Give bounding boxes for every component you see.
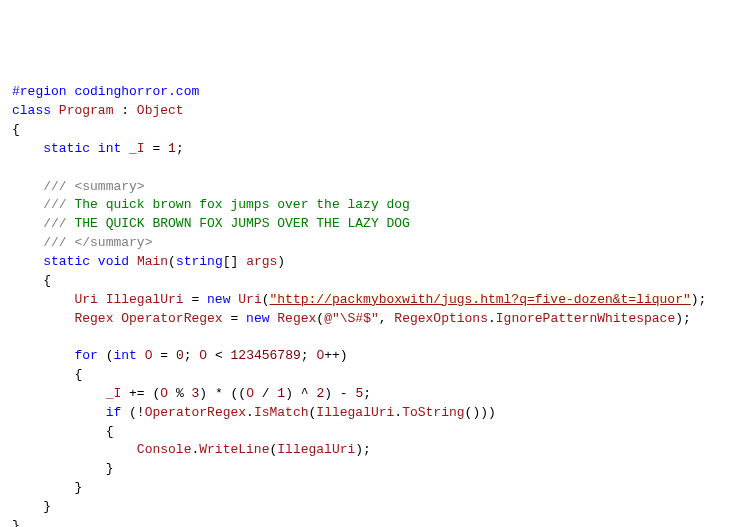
var: O <box>199 348 207 363</box>
var: O <box>160 386 168 401</box>
enum-member: IgnorePatternWhitespace <box>496 311 675 326</box>
op-lt: < <box>207 348 230 363</box>
op-div: / <box>254 386 277 401</box>
paren: ) <box>340 348 348 363</box>
kw-new: new <box>207 292 230 307</box>
num-1: 1 <box>168 141 176 156</box>
kw-class: class <box>12 103 51 118</box>
ctor: Uri <box>238 292 261 307</box>
brackets: [] <box>223 254 239 269</box>
xml-doc-line: /// THE QUICK BROWN FOX JUMPS OVER THE L… <box>43 216 410 231</box>
verbatim-prefix: @ <box>324 311 332 326</box>
semi: ; <box>184 348 192 363</box>
paren: ) <box>199 386 207 401</box>
var: OperatorRegex <box>145 405 246 420</box>
paren: ) <box>691 292 699 307</box>
op-inc: ++ <box>324 348 340 363</box>
paren: ( <box>238 386 246 401</box>
paren: ( <box>168 254 176 269</box>
field: _I <box>129 141 145 156</box>
paren: ) <box>277 254 285 269</box>
eq: = <box>145 141 168 156</box>
paren: ) <box>488 405 496 420</box>
field: _I <box>106 386 122 401</box>
comma: , <box>379 311 395 326</box>
semi: ; <box>176 141 184 156</box>
paren: ( <box>262 292 270 307</box>
semi: ; <box>363 442 371 457</box>
dot: . <box>394 405 402 420</box>
kw-for: for <box>74 348 97 363</box>
xml-doc-line: /// The quick brown fox jumps over the l… <box>43 197 410 212</box>
parens: () <box>465 405 481 420</box>
brace: { <box>43 273 51 288</box>
paren: ) <box>480 405 488 420</box>
var: IllegalUri <box>106 292 184 307</box>
preproc-region: #region codinghorror.com <box>12 84 199 99</box>
op-pluseq: += <box>121 386 152 401</box>
paren: ( <box>316 311 324 326</box>
semi: ; <box>683 311 691 326</box>
eq: = <box>152 348 175 363</box>
kw-void: void <box>98 254 129 269</box>
enum-type: RegexOptions <box>394 311 488 326</box>
eq: = <box>223 311 246 326</box>
var: IllegalUri <box>277 442 355 457</box>
type-regex: Regex <box>74 311 113 326</box>
paren: ) <box>675 311 683 326</box>
paren: ( <box>129 405 137 420</box>
paren: ) <box>355 442 363 457</box>
var: IllegalUri <box>316 405 394 420</box>
kw-static: static <box>43 141 90 156</box>
num: 0 <box>176 348 184 363</box>
brace: { <box>74 367 82 382</box>
op-minus: - <box>332 386 355 401</box>
kw-new: new <box>246 311 269 326</box>
var: OperatorRegex <box>121 311 222 326</box>
type-console: Console <box>137 442 192 457</box>
method: IsMatch <box>254 405 309 420</box>
string-regex: "\S#$" <box>332 311 379 326</box>
code-block: #region codinghorror.com class Program :… <box>12 83 720 527</box>
colon: : <box>113 103 136 118</box>
kw-if: if <box>106 405 122 420</box>
op-mod: % <box>168 386 191 401</box>
arg: args <box>246 254 277 269</box>
num: 123456789 <box>231 348 301 363</box>
op-mul: * <box>207 386 230 401</box>
kw-int: int <box>113 348 136 363</box>
ctor: Regex <box>277 311 316 326</box>
op-not: ! <box>137 405 145 420</box>
brace: { <box>12 122 20 137</box>
brace: } <box>43 499 51 514</box>
num: 1 <box>277 386 285 401</box>
kw-string: string <box>176 254 223 269</box>
kw-static: static <box>43 254 90 269</box>
base-class: Object <box>137 103 184 118</box>
type-uri: Uri <box>74 292 97 307</box>
semi: ; <box>301 348 309 363</box>
brace: { <box>106 424 114 439</box>
kw-int: int <box>98 141 121 156</box>
xml-doc: /// </summary> <box>43 235 152 250</box>
dot: . <box>246 405 254 420</box>
paren: ) <box>324 386 332 401</box>
semi: ; <box>699 292 707 307</box>
semi: ; <box>363 386 371 401</box>
brace: } <box>74 480 82 495</box>
class-name: Program <box>59 103 114 118</box>
var: O <box>246 386 254 401</box>
op-xor: ^ <box>293 386 316 401</box>
method: ToString <box>402 405 464 420</box>
method: WriteLine <box>199 442 269 457</box>
method: Main <box>137 254 168 269</box>
paren: ) <box>285 386 293 401</box>
xml-doc: /// <summary> <box>43 179 144 194</box>
brace: } <box>106 461 114 476</box>
dot: . <box>488 311 496 326</box>
eq: = <box>184 292 207 307</box>
string-uri: "http://packmyboxwith/jugs.html?q=five-d… <box>270 292 691 307</box>
brace: } <box>12 518 20 527</box>
